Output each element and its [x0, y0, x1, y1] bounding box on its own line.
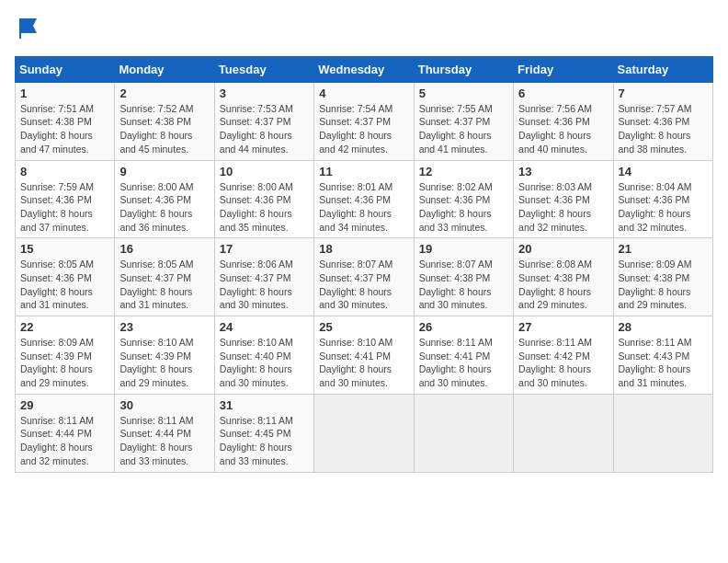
calendar-cell: 23 Sunrise: 8:10 AMSunset: 4:39 PMDaylig… [115, 316, 214, 395]
calendar-cell: 13 Sunrise: 8:03 AMSunset: 4:36 PMDaylig… [514, 160, 613, 238]
day-number: 18 [319, 242, 408, 256]
day-number: 13 [518, 165, 608, 178]
calendar-cell: 25 Sunrise: 8:10 AMSunset: 4:41 PMDaylig… [314, 316, 414, 395]
weekday-header-saturday: Saturday [613, 56, 712, 82]
day-number: 27 [518, 320, 608, 334]
day-info: Sunrise: 8:11 AMSunset: 4:41 PMDaylight:… [419, 336, 508, 390]
day-info: Sunrise: 8:07 AMSunset: 4:37 PMDaylight:… [319, 258, 408, 312]
weekday-header-row: SundayMondayTuesdayWednesdayThursdayFrid… [16, 56, 713, 82]
day-number: 19 [419, 242, 508, 256]
day-info: Sunrise: 8:05 AMSunset: 4:37 PMDaylight:… [119, 258, 209, 312]
calendar-cell: 12 Sunrise: 8:02 AMSunset: 4:36 PMDaylig… [414, 160, 513, 238]
day-info: Sunrise: 7:57 AMSunset: 4:36 PMDaylight:… [619, 102, 708, 156]
day-number: 22 [20, 320, 109, 334]
day-number: 16 [119, 242, 209, 256]
calendar-cell: 19 Sunrise: 8:07 AMSunset: 4:38 PMDaylig… [414, 238, 513, 316]
day-info: Sunrise: 7:52 AMSunset: 4:38 PMDaylight:… [119, 102, 209, 156]
calendar-cell: 4 Sunrise: 7:54 AMSunset: 4:37 PMDayligh… [314, 82, 414, 160]
calendar-cell: 20 Sunrise: 8:08 AMSunset: 4:38 PMDaylig… [514, 238, 613, 316]
day-info: Sunrise: 8:00 AMSunset: 4:36 PMDaylight:… [220, 180, 309, 235]
day-info: Sunrise: 8:10 AMSunset: 4:39 PMDaylight:… [119, 336, 209, 390]
day-number: 8 [20, 165, 109, 178]
calendar-cell [613, 394, 712, 472]
calendar-cell: 9 Sunrise: 8:00 AMSunset: 4:36 PMDayligh… [115, 160, 214, 238]
calendar-cell: 3 Sunrise: 7:53 AMSunset: 4:37 PMDayligh… [214, 82, 313, 160]
day-info: Sunrise: 8:10 AMSunset: 4:40 PMDaylight:… [220, 336, 309, 390]
day-info: Sunrise: 8:11 AMSunset: 4:44 PMDaylight:… [119, 414, 209, 468]
calendar-cell: 27 Sunrise: 8:11 AMSunset: 4:42 PMDaylig… [514, 316, 613, 395]
calendar-cell: 18 Sunrise: 8:07 AMSunset: 4:37 PMDaylig… [314, 238, 414, 316]
week-row-4: 22 Sunrise: 8:09 AMSunset: 4:39 PMDaylig… [16, 316, 713, 395]
day-info: Sunrise: 8:11 AMSunset: 4:43 PMDaylight:… [619, 336, 708, 390]
day-number: 4 [319, 86, 408, 100]
day-number: 30 [119, 398, 209, 412]
day-number: 11 [319, 165, 408, 178]
day-number: 12 [419, 165, 508, 178]
calendar-cell: 7 Sunrise: 7:57 AMSunset: 4:36 PMDayligh… [613, 82, 712, 160]
svg-marker-0 [20, 18, 37, 33]
day-number: 10 [220, 165, 309, 178]
day-number: 20 [518, 242, 608, 256]
calendar-cell: 30 Sunrise: 8:11 AMSunset: 4:44 PMDaylig… [115, 394, 214, 472]
weekday-header-wednesday: Wednesday [314, 56, 414, 82]
day-number: 7 [619, 86, 708, 100]
day-number: 9 [119, 165, 209, 178]
calendar-table: SundayMondayTuesdayWednesdayThursdayFrid… [15, 56, 713, 473]
day-info: Sunrise: 8:05 AMSunset: 4:36 PMDaylight:… [20, 258, 109, 312]
weekday-header-friday: Friday [514, 56, 613, 82]
calendar-cell: 6 Sunrise: 7:56 AMSunset: 4:36 PMDayligh… [514, 82, 613, 160]
calendar-cell: 5 Sunrise: 7:55 AMSunset: 4:37 PMDayligh… [414, 82, 513, 160]
week-row-3: 15 Sunrise: 8:05 AMSunset: 4:36 PMDaylig… [16, 238, 713, 316]
weekday-header-monday: Monday [115, 56, 214, 82]
day-number: 6 [518, 86, 608, 100]
day-info: Sunrise: 8:11 AMSunset: 4:44 PMDaylight:… [20, 414, 109, 468]
calendar-cell: 10 Sunrise: 8:00 AMSunset: 4:36 PMDaylig… [214, 160, 313, 238]
calendar-cell: 24 Sunrise: 8:10 AMSunset: 4:40 PMDaylig… [214, 316, 313, 395]
calendar-cell: 31 Sunrise: 8:11 AMSunset: 4:45 PMDaylig… [214, 394, 313, 472]
day-number: 26 [419, 320, 508, 334]
weekday-header-tuesday: Tuesday [214, 56, 313, 82]
day-info: Sunrise: 8:08 AMSunset: 4:38 PMDaylight:… [518, 258, 608, 312]
day-number: 29 [20, 398, 109, 412]
weekday-header-thursday: Thursday [414, 56, 513, 82]
day-info: Sunrise: 7:59 AMSunset: 4:36 PMDaylight:… [20, 180, 109, 235]
day-number: 1 [20, 86, 109, 100]
day-number: 3 [220, 86, 309, 100]
calendar-cell: 21 Sunrise: 8:09 AMSunset: 4:38 PMDaylig… [613, 238, 712, 316]
day-number: 21 [619, 242, 708, 256]
day-info: Sunrise: 7:54 AMSunset: 4:37 PMDaylight:… [319, 102, 408, 156]
day-info: Sunrise: 8:09 AMSunset: 4:39 PMDaylight:… [20, 336, 109, 390]
day-number: 31 [220, 398, 309, 412]
day-info: Sunrise: 7:53 AMSunset: 4:37 PMDaylight:… [220, 102, 309, 156]
day-number: 15 [20, 242, 109, 256]
calendar-cell: 16 Sunrise: 8:05 AMSunset: 4:37 PMDaylig… [115, 238, 214, 316]
day-number: 23 [119, 320, 209, 334]
day-info: Sunrise: 7:55 AMSunset: 4:37 PMDaylight:… [419, 102, 508, 156]
week-row-5: 29 Sunrise: 8:11 AMSunset: 4:44 PMDaylig… [16, 394, 713, 472]
day-info: Sunrise: 8:04 AMSunset: 4:36 PMDaylight:… [619, 180, 708, 235]
day-info: Sunrise: 7:51 AMSunset: 4:38 PMDaylight:… [20, 102, 109, 156]
day-info: Sunrise: 8:11 AMSunset: 4:42 PMDaylight:… [518, 336, 608, 390]
page-header [15, 15, 713, 45]
day-info: Sunrise: 8:07 AMSunset: 4:38 PMDaylight:… [419, 258, 508, 312]
day-number: 17 [220, 242, 309, 256]
day-number: 5 [419, 86, 508, 100]
day-info: Sunrise: 7:56 AMSunset: 4:36 PMDaylight:… [518, 102, 608, 156]
day-info: Sunrise: 8:00 AMSunset: 4:36 PMDaylight:… [119, 180, 209, 235]
calendar-cell: 29 Sunrise: 8:11 AMSunset: 4:44 PMDaylig… [16, 394, 115, 472]
weekday-header-sunday: Sunday [16, 56, 115, 82]
day-number: 14 [619, 165, 708, 178]
calendar-cell: 17 Sunrise: 8:06 AMSunset: 4:37 PMDaylig… [214, 238, 313, 316]
day-number: 28 [619, 320, 708, 334]
day-number: 25 [319, 320, 408, 334]
day-number: 2 [119, 86, 209, 100]
calendar-cell: 28 Sunrise: 8:11 AMSunset: 4:43 PMDaylig… [613, 316, 712, 395]
day-info: Sunrise: 8:09 AMSunset: 4:38 PMDaylight:… [619, 258, 708, 312]
day-info: Sunrise: 8:02 AMSunset: 4:36 PMDaylight:… [419, 180, 508, 235]
calendar-cell [514, 394, 613, 472]
calendar-cell: 1 Sunrise: 7:51 AMSunset: 4:38 PMDayligh… [16, 82, 115, 160]
calendar-cell: 2 Sunrise: 7:52 AMSunset: 4:38 PMDayligh… [115, 82, 214, 160]
calendar-cell: 26 Sunrise: 8:11 AMSunset: 4:41 PMDaylig… [414, 316, 513, 395]
calendar-cell: 15 Sunrise: 8:05 AMSunset: 4:36 PMDaylig… [16, 238, 115, 316]
day-info: Sunrise: 8:10 AMSunset: 4:41 PMDaylight:… [319, 336, 408, 390]
